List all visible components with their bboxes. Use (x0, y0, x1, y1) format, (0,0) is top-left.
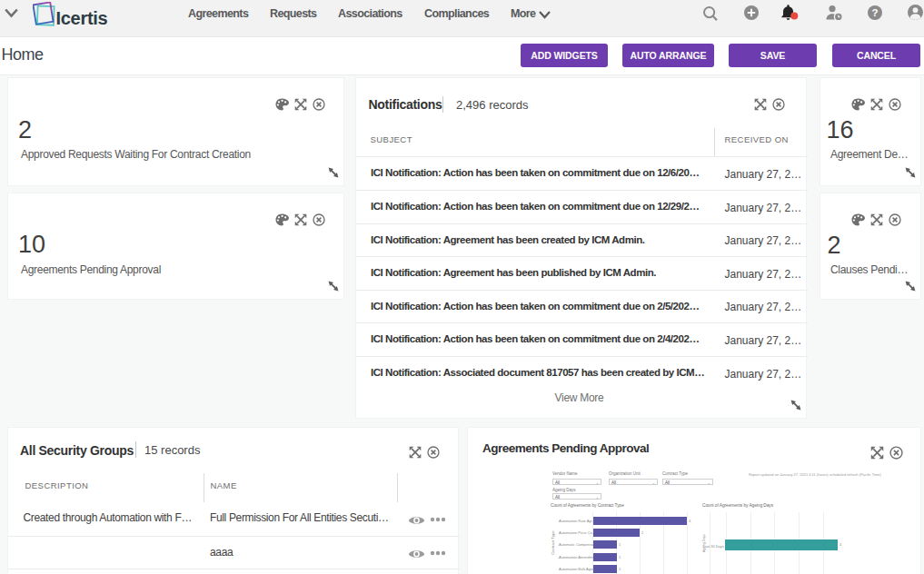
svg-text:?: ? (871, 7, 878, 18)
